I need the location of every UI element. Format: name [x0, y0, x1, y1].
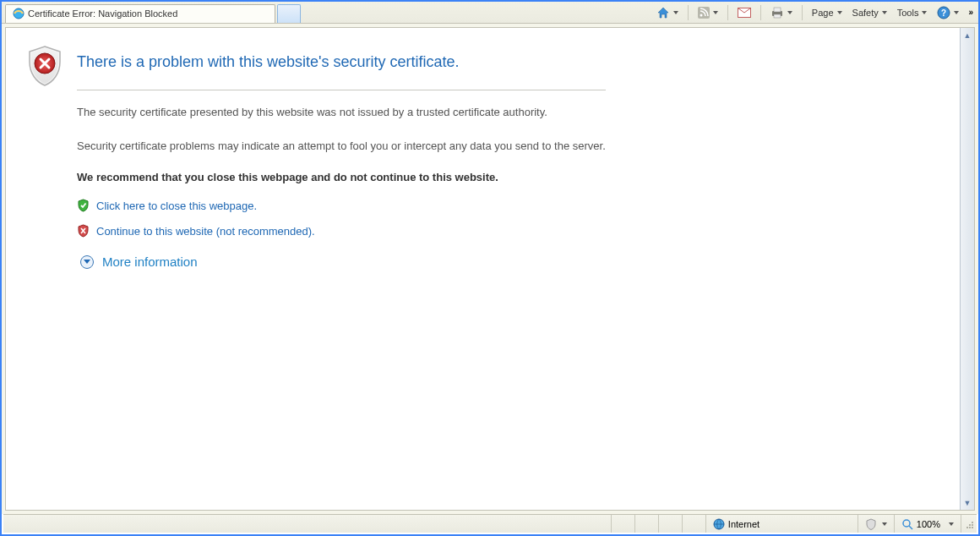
dropdown-arrow-icon: [673, 11, 678, 14]
security-zone[interactable]: Internet: [705, 515, 858, 533]
svg-point-16: [969, 524, 971, 526]
mail-icon: [738, 8, 751, 18]
error-description-2: Security certificate problems may indica…: [77, 138, 606, 155]
feeds-button[interactable]: [695, 5, 721, 20]
status-cell: [682, 515, 705, 533]
gripper-icon: [964, 519, 974, 529]
security-zone-label: Internet: [728, 519, 760, 529]
svg-point-15: [972, 524, 973, 526]
continue-website-link[interactable]: Continue to this website (not recommende…: [96, 225, 315, 238]
tools-menu-label: Tools: [897, 8, 919, 18]
ie-icon: [13, 8, 24, 19]
error-description-1: The security certificate presented by th…: [77, 104, 606, 121]
divider: [77, 90, 606, 90]
dropdown-arrow-icon: [882, 522, 887, 526]
expand-circle-icon: [80, 255, 94, 269]
status-bar: Internet 100%: [3, 514, 977, 533]
toolbar-overflow-icon[interactable]: »: [966, 8, 975, 17]
home-icon: [656, 7, 670, 19]
red-shield-icon: [77, 224, 90, 238]
zoom-level[interactable]: 100%: [894, 515, 961, 533]
svg-point-14: [966, 527, 968, 528]
dropdown-arrow-icon: [882, 11, 887, 14]
status-cell: [658, 515, 682, 533]
page-menu-label: Page: [812, 8, 834, 18]
separator: [688, 5, 689, 20]
svg-rect-5: [774, 8, 781, 12]
content-frame: There is a problem with this website's s…: [2, 24, 978, 514]
print-button[interactable]: [768, 5, 795, 20]
dropdown-arrow-icon: [922, 11, 927, 14]
toolbar-right: Page Safety Tools ? »: [654, 4, 978, 21]
svg-point-13: [969, 527, 971, 528]
svg-point-12: [972, 527, 973, 528]
help-icon: ?: [937, 6, 950, 19]
svg-point-2: [700, 14, 702, 16]
more-information[interactable]: More information: [80, 254, 606, 269]
tools-menu[interactable]: Tools: [895, 6, 930, 19]
more-information-label: More information: [102, 254, 198, 269]
separator: [760, 5, 761, 20]
globe-icon: [713, 518, 725, 530]
svg-rect-6: [774, 14, 781, 18]
svg-text:?: ?: [941, 8, 946, 18]
rss-icon: [698, 7, 710, 19]
dropdown-arrow-icon: [787, 11, 792, 14]
command-bar: Certificate Error: Navigation Blocked Pa…: [2, 2, 978, 24]
zoom-label: 100%: [917, 519, 940, 529]
dropdown-arrow-icon: [713, 11, 718, 14]
continue-action: Continue to this website (not recommende…: [77, 224, 606, 238]
help-menu[interactable]: ?: [934, 4, 961, 21]
chevron-down-icon: [84, 260, 90, 264]
zoom-icon: [901, 518, 913, 530]
protected-mode-icon: [865, 518, 877, 530]
tab-title: Certificate Error: Navigation Blocked: [28, 8, 177, 19]
status-cell: [634, 515, 658, 533]
browser-tab[interactable]: Certificate Error: Navigation Blocked: [5, 4, 275, 23]
new-tab-button[interactable]: [277, 4, 301, 23]
svg-point-11: [903, 520, 910, 527]
content-area: There is a problem with this website's s…: [5, 27, 975, 511]
status-resizer[interactable]: [961, 515, 977, 533]
green-shield-icon: [77, 199, 90, 212]
error-title: There is a problem with this website's s…: [77, 53, 606, 71]
dropdown-arrow-icon: [949, 522, 954, 526]
printer-icon: [770, 7, 784, 19]
page-menu[interactable]: Page: [809, 6, 845, 19]
safety-menu-label: Safety: [852, 8, 879, 18]
page-body: There is a problem with this website's s…: [77, 45, 606, 269]
read-mail-button[interactable]: [735, 6, 754, 19]
protected-mode-cell[interactable]: [858, 515, 894, 533]
dropdown-arrow-icon: [954, 11, 959, 14]
separator: [727, 5, 728, 20]
vertical-scrollbar[interactable]: ▲ ▼: [960, 28, 974, 510]
certificate-error-page: There is a problem with this website's s…: [6, 28, 974, 269]
shield-error-icon: [26, 45, 63, 87]
close-action: Click here to close this webpage.: [77, 199, 606, 212]
status-cell: [611, 515, 634, 533]
dropdown-arrow-icon: [837, 11, 842, 14]
recommendation-text: We recommend that you close this webpage…: [77, 171, 606, 183]
safety-menu[interactable]: Safety: [850, 6, 890, 19]
svg-point-17: [972, 522, 973, 523]
scroll-down-button[interactable]: ▼: [961, 495, 974, 510]
separator: [802, 5, 803, 20]
scroll-up-button[interactable]: ▲: [961, 28, 974, 42]
close-webpage-link[interactable]: Click here to close this webpage.: [96, 200, 257, 212]
home-button[interactable]: [654, 5, 681, 20]
